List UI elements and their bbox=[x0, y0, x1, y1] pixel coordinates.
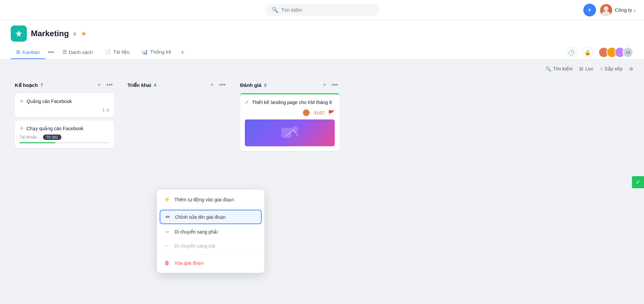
toolbar-sort-button[interactable]: ↕ Sắp xếp bbox=[600, 66, 623, 71]
menu-item-move-right[interactable]: → Di chuyển sang phải bbox=[157, 225, 264, 239]
card-tag-2: TK 001 bbox=[43, 135, 61, 140]
project-icon bbox=[11, 26, 27, 42]
tab-kanban[interactable]: ⊞ Kanban bbox=[11, 46, 45, 59]
card-date-3: 31/07 bbox=[314, 110, 325, 115]
column-add-ke-hoach[interactable]: + bbox=[96, 81, 103, 89]
toolbar-view-button[interactable]: ⊘ bbox=[629, 66, 633, 71]
menu-divider-1 bbox=[157, 208, 264, 208]
card-icon-1: ✈ bbox=[19, 98, 24, 104]
tab-thong-ke[interactable]: 📊 Thống kê bbox=[136, 46, 176, 59]
column-title-danh-gia: Đánh giá 2 bbox=[240, 82, 267, 88]
tab-tai-lieu[interactable]: 📄 Tài liệu bbox=[99, 46, 135, 59]
user-info[interactable]: Công ty ↓ bbox=[600, 4, 636, 16]
column-add-danh-gia[interactable]: + bbox=[322, 81, 328, 89]
tab-add-button[interactable]: + bbox=[178, 47, 187, 58]
column-trien-khai: Triển khai 4 + ••• bbox=[123, 77, 231, 164]
menu-item-delete[interactable]: 🗑 Xóa giai đoạn bbox=[157, 256, 264, 270]
column-count-trien-khai: 4 bbox=[154, 83, 156, 88]
column-more-danh-gia[interactable]: ••• bbox=[330, 81, 339, 89]
columns-row: Kế hoạch 7 + ••• ✈ Quảng cáo Facebook 1 bbox=[11, 77, 633, 164]
column-count-ke-hoach: 7 bbox=[41, 83, 43, 88]
header-right: 🕐 🔒 +1 bbox=[566, 47, 633, 58]
arrow-left-icon: ← bbox=[164, 243, 170, 249]
column-ke-hoach: Kế hoạch 7 + ••• ✈ Quảng cáo Facebook 1 bbox=[11, 77, 118, 155]
card-title-1: ✈ Quảng cáo Facebook bbox=[19, 98, 109, 104]
member-avatars: +1 bbox=[598, 47, 633, 58]
column-title-trien-khai: Triển khai 4 bbox=[127, 82, 156, 88]
stats-icon: 📊 bbox=[142, 49, 148, 55]
menu-item-edit-name[interactable]: ✏ Chỉnh sửa tên giai đoạn bbox=[160, 210, 262, 224]
toolbar-search-icon: 🔍 bbox=[545, 66, 551, 71]
card-icon-3: ✓ bbox=[245, 99, 249, 105]
card-progress-2 bbox=[19, 142, 109, 143]
card-footer-1: 1 ⊙ bbox=[19, 108, 109, 112]
arrow-right-icon: → bbox=[164, 229, 170, 235]
card-chay-quang-cao[interactable]: ✈ Chạy quảng cáo Facebook Tài khoản ... … bbox=[15, 120, 114, 148]
subtask-count-1: 1 bbox=[102, 108, 105, 112]
company-name: Công ty ↓ bbox=[615, 7, 636, 13]
kanban-icon: ⊞ bbox=[16, 49, 20, 55]
edit-icon: ✏ bbox=[164, 214, 171, 220]
trash-icon: 🗑 bbox=[164, 260, 170, 266]
star-icon[interactable]: ★ bbox=[81, 30, 87, 38]
right-check-button[interactable]: ✓ bbox=[632, 176, 644, 188]
card-icon-2: ✈ bbox=[19, 125, 24, 132]
card-title-2: ✈ Chạy quảng cáo Facebook bbox=[19, 125, 109, 132]
card-thiet-ke-landing[interactable]: ✓ Thiết kế landing page cho KM tháng 8 3… bbox=[240, 93, 339, 151]
nav-right: + Công ty ↓ bbox=[583, 4, 636, 16]
column-header-ke-hoach: Kế hoạch 7 + ••• bbox=[15, 81, 114, 89]
toolbar-filter-button[interactable]: ⊟ Lọc bbox=[579, 66, 593, 71]
column-header-trien-khai: Triển khai 4 + ••• bbox=[127, 81, 227, 89]
card-progress-fill-2 bbox=[19, 142, 55, 143]
tabs: ⊞ Kanban ••• ☰ Danh sách 📄 Tài liệu 📊 Th… bbox=[11, 46, 633, 59]
card-label-2: Tài khoản ... TK 001 bbox=[19, 135, 109, 140]
column-actions-danh-gia: + ••• bbox=[322, 81, 339, 89]
auto-add-icon: ⚡ bbox=[164, 196, 170, 203]
tab-more-dots[interactable]: ••• bbox=[47, 47, 56, 58]
column-more-trien-khai[interactable]: ••• bbox=[218, 81, 227, 89]
add-button[interactable]: + bbox=[583, 4, 596, 16]
svg-point-1 bbox=[602, 11, 610, 16]
column-add-trien-khai[interactable]: + bbox=[209, 81, 215, 89]
column-context-menu: ⚡ Thêm tự động vào giai đoạn ✏ Chỉnh sửa… bbox=[157, 190, 264, 273]
column-header-danh-gia: Đánh giá 2 + ••• bbox=[240, 81, 339, 89]
card-footer-3: 31/07 🚩 bbox=[245, 109, 335, 117]
card-flag-3: 🚩 bbox=[328, 110, 335, 116]
avatar bbox=[600, 4, 612, 16]
sort-icon: ↕ bbox=[600, 66, 602, 71]
column-danh-gia: Đánh giá 2 + ••• ✓ Thiết kế landing page… bbox=[236, 77, 343, 158]
project-dropdown-arrow[interactable]: ∨ bbox=[73, 31, 77, 37]
lock-icon[interactable]: 🔒 bbox=[582, 47, 593, 58]
filter-icon: ⊟ bbox=[579, 66, 583, 71]
tab-danh-sach[interactable]: ☰ Danh sách bbox=[57, 46, 98, 59]
column-more-ke-hoach[interactable]: ••• bbox=[105, 81, 114, 89]
column-actions-trien-khai: + ••• bbox=[209, 81, 227, 89]
project-name: Marketing bbox=[31, 29, 69, 38]
eye-slash-icon: ⊘ bbox=[629, 66, 633, 71]
toolbar-search-button[interactable]: 🔍 Tìm kiếm bbox=[545, 66, 573, 71]
column-count-danh-gia: 2 bbox=[264, 83, 266, 88]
card-title-3: ✓ Thiết kế landing page cho KM tháng 8 bbox=[245, 99, 335, 105]
card-subtask-1: 1 ⊙ bbox=[102, 108, 109, 112]
card-image-3 bbox=[245, 119, 335, 146]
card-quang-cao-facebook[interactable]: ✈ Quảng cáo Facebook 1 ⊙ bbox=[15, 93, 114, 117]
search-input[interactable] bbox=[281, 7, 372, 13]
project-header: Marketing ∨ ★ 🕐 🔒 +1 ⊞ Kanban ••• ☰ Danh… bbox=[0, 20, 644, 59]
list-icon: ☰ bbox=[62, 49, 67, 55]
menu-item-auto-add[interactable]: ⚡ Thêm tự động vào giai đoạn bbox=[157, 192, 264, 207]
menu-divider-2 bbox=[157, 254, 264, 255]
member-avatar-more[interactable]: +1 bbox=[623, 47, 633, 58]
card-avatar-3 bbox=[302, 109, 310, 117]
column-actions-ke-hoach: + ••• bbox=[96, 81, 114, 89]
svg-point-0 bbox=[604, 6, 608, 11]
search-bar[interactable]: 🔍 bbox=[265, 4, 379, 16]
top-nav: 🔍 + Công ty ↓ bbox=[0, 0, 644, 20]
search-icon: 🔍 bbox=[272, 7, 278, 13]
subtask-icon-1: ⊙ bbox=[106, 108, 109, 112]
board-area: 🔍 Tìm kiếm ⊟ Lọc ↕ Sắp xếp ⊘ Kế hoạch 7 … bbox=[0, 59, 644, 171]
menu-item-move-left: ← Di chuyển sang trái bbox=[157, 239, 264, 253]
project-title-row: Marketing ∨ ★ bbox=[11, 26, 633, 42]
trien-khai-placeholder bbox=[127, 93, 227, 160]
history-icon[interactable]: 🕐 bbox=[566, 47, 577, 58]
check-icon: ✓ bbox=[636, 179, 641, 186]
